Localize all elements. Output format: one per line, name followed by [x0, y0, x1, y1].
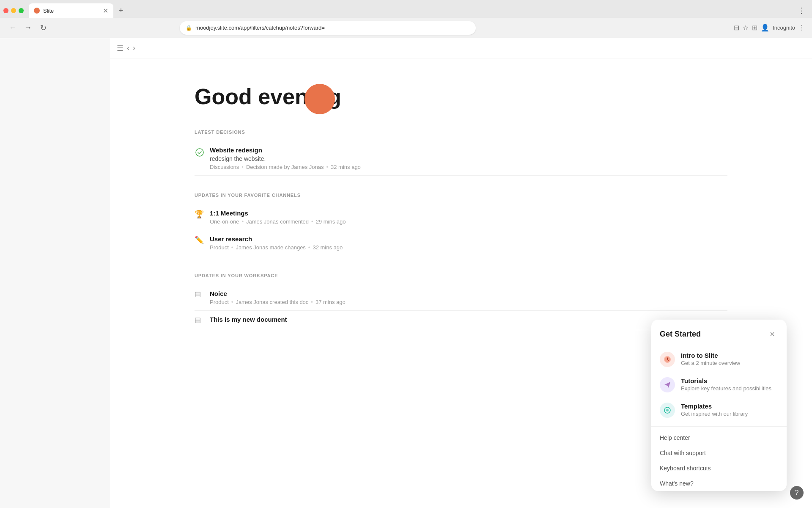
- keyboard-shortcuts-link[interactable]: Keyboard shortcuts: [651, 461, 787, 476]
- channel-item-meetings[interactable]: 🏆 1:1 Meetings One-on-one • James Jonas …: [195, 204, 727, 230]
- bookmark-icon[interactable]: ☆: [743, 24, 749, 32]
- doc-meta1: Product: [210, 299, 229, 305]
- traffic-lights: [3, 8, 24, 13]
- tab-search-icon[interactable]: ⊞: [752, 24, 757, 32]
- svg-point-4: [666, 409, 669, 411]
- doc-icon: ▤: [195, 290, 205, 305]
- forward-button[interactable]: →: [22, 22, 34, 34]
- doc-body: Noice Product • James Jonas created this…: [210, 290, 727, 305]
- back-nav-icon[interactable]: ‹: [127, 44, 129, 52]
- forward-nav-icon[interactable]: ›: [133, 44, 135, 52]
- decision-icon: [195, 147, 205, 157]
- address-bar-actions: ⊟ ☆ ⊞ 👤 Incognito ⋮: [734, 24, 805, 32]
- popup-title: Get Started: [660, 330, 701, 339]
- decision-desc: redesign the website.: [210, 155, 727, 162]
- expand-sidebar-icon[interactable]: ☰: [117, 44, 123, 53]
- popup-item-intro[interactable]: Intro to Slite Get a 2 minute overview: [651, 347, 787, 372]
- main-area: ☰ ‹ › Good evening LATEST DECISIONS: [110, 38, 812, 508]
- tab-bar-right: ⋮: [794, 4, 809, 17]
- decision-meta3: 32 mins ago: [331, 164, 361, 170]
- decision-title: Website redesign: [210, 146, 727, 154]
- research-emoji: ✏️: [195, 235, 205, 251]
- tab-title: Slite: [43, 8, 54, 14]
- help-center-link[interactable]: Help center: [651, 430, 787, 445]
- favorite-channels-label: UPDATES IN YOUR FAVORITE CHANNELS: [195, 193, 727, 198]
- channel-meta3: 29 mins ago: [316, 218, 346, 225]
- traffic-light-green[interactable]: [19, 8, 24, 13]
- doc-title: This is my new document: [210, 316, 727, 323]
- decision-body: Website redesign redesign the website. D…: [210, 146, 727, 170]
- channel-meta: One-on-one • James Jonas commented • 29 …: [210, 218, 727, 225]
- channel-title: 1:1 Meetings: [210, 210, 727, 217]
- dot: •: [241, 164, 244, 170]
- doc-meta: Product • James Jonas created this doc •…: [210, 299, 727, 305]
- profile-icon[interactable]: 👤: [761, 24, 769, 32]
- channel-title: User research: [210, 235, 727, 243]
- latest-decisions-section: LATEST DECISIONS Website redesign redesi…: [195, 130, 727, 176]
- popup-divider: [651, 426, 787, 427]
- channel-meta3: 32 mins ago: [313, 244, 343, 251]
- meetings-emoji: 🏆: [195, 210, 205, 225]
- tutorials-icon: [660, 377, 675, 392]
- doc-title: Noice: [210, 290, 727, 297]
- traffic-light-yellow[interactable]: [11, 8, 16, 13]
- templates-body: Templates Get inspired with our library: [681, 403, 778, 417]
- cast-icon[interactable]: ⊟: [734, 24, 739, 32]
- back-button[interactable]: ←: [7, 22, 19, 34]
- doc-item-noice[interactable]: ▤ Noice Product • James Jonas created th…: [195, 285, 727, 311]
- popup-item-templates[interactable]: Templates Get inspired with our library: [651, 398, 787, 423]
- traffic-light-red[interactable]: [3, 8, 8, 13]
- doc-meta2: James Jonas created this doc: [236, 299, 308, 305]
- whats-new-link[interactable]: What's new?: [651, 476, 787, 491]
- favorite-channels-section: UPDATES IN YOUR FAVORITE CHANNELS 🏆 1:1 …: [195, 193, 727, 256]
- doc-icon: ▤: [195, 316, 205, 325]
- channel-meta: Product • James Jonas made changes • 32 …: [210, 244, 727, 251]
- lock-icon: 🔒: [186, 25, 192, 31]
- clock-icon: [663, 355, 672, 364]
- incognito-label: Incognito: [773, 25, 795, 31]
- popup-item-tutorials[interactable]: Tutorials Explore key features and possi…: [651, 372, 787, 398]
- top-nav: ☰ ‹ ›: [110, 38, 812, 58]
- channel-meta1: One-on-one: [210, 218, 239, 225]
- url-text: moodjoy.slite.com/app/filters/catchup/no…: [195, 25, 325, 31]
- templates-title: Templates: [681, 403, 778, 410]
- intro-desc: Get a 2 minute overview: [681, 360, 778, 366]
- get-started-popup: Get Started × Intro to Slite Get a 2 min…: [651, 320, 787, 491]
- channel-meta1: Product: [210, 244, 229, 251]
- url-bar[interactable]: 🔒 moodjoy.slite.com/app/filters/catchup/…: [180, 21, 476, 35]
- decision-meta2: Decision made by James Jonas: [246, 164, 324, 170]
- popup-close-button[interactable]: ×: [766, 328, 778, 340]
- help-button[interactable]: ?: [790, 486, 804, 500]
- decision-meta: Discussions • Decision made by James Jon…: [210, 164, 727, 170]
- new-tab-button[interactable]: +: [115, 5, 127, 17]
- refresh-button[interactable]: ↻: [37, 22, 49, 34]
- chat-support-link[interactable]: Chat with support: [651, 445, 787, 461]
- tab-close-button[interactable]: ✕: [103, 7, 108, 15]
- browser-menu-icon[interactable]: ⋮: [798, 24, 805, 32]
- tutorials-body: Tutorials Explore key features and possi…: [681, 377, 778, 392]
- address-bar: ← → ↻ 🔒 moodjoy.slite.com/app/filters/ca…: [0, 18, 812, 38]
- channel-item-research[interactable]: ✏️ User research Product • James Jonas m…: [195, 230, 727, 256]
- decoration-circle: [304, 84, 335, 114]
- svg-point-0: [196, 149, 203, 156]
- templates-desc: Get inspired with our library: [681, 411, 778, 417]
- tab-bar-menu[interactable]: ⋮: [794, 4, 809, 17]
- paper-plane-icon: [663, 381, 672, 389]
- doc-meta3: 37 mins ago: [315, 299, 346, 305]
- intro-body: Intro to Slite Get a 2 minute overview: [681, 352, 778, 366]
- popup-header: Get Started ×: [651, 320, 787, 347]
- latest-decisions-label: LATEST DECISIONS: [195, 130, 727, 135]
- decision-item[interactable]: Website redesign redesign the website. D…: [195, 141, 727, 176]
- channel-meta2: James Jonas commented: [246, 218, 309, 225]
- browser-tab-active[interactable]: Slite ✕: [29, 3, 113, 18]
- doc-item-new[interactable]: ▤ This is my new document: [195, 311, 727, 330]
- dot: •: [326, 164, 328, 170]
- tab-bar: Slite ✕ + ⋮: [0, 0, 812, 18]
- browser-chrome: Slite ✕ + ⋮ ← → ↻ 🔒 moodjoy.slite.com/ap…: [0, 0, 812, 38]
- sidebar: [0, 38, 110, 508]
- check-icon: [195, 148, 204, 157]
- greeting-heading: Good evening: [195, 84, 727, 109]
- channel-body: User research Product • James Jonas made…: [210, 235, 727, 251]
- workspace-label: UPDATES IN YOUR WORKSPACE: [195, 273, 727, 278]
- tutorials-desc: Explore key features and possibilities: [681, 385, 778, 392]
